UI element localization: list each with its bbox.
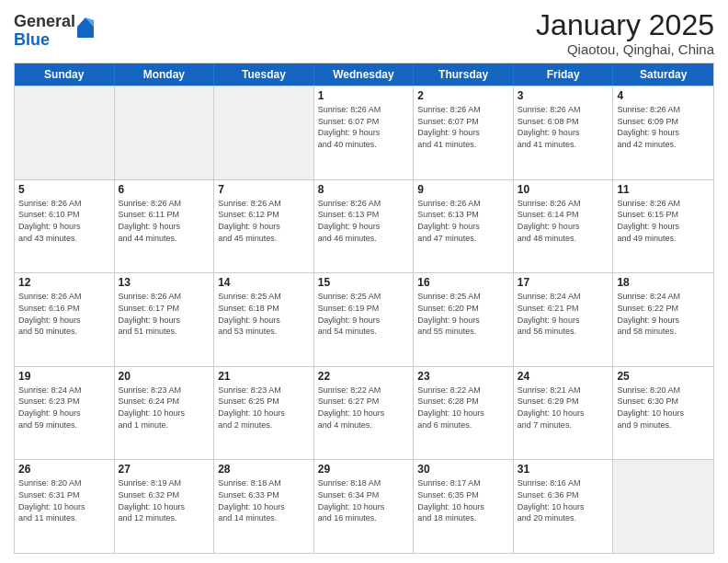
calendar-cell: 17Sunrise: 8:24 AM Sunset: 6:21 PM Dayli… bbox=[514, 273, 614, 366]
header-day-saturday: Saturday bbox=[613, 63, 713, 86]
logo-icon bbox=[77, 17, 94, 38]
day-info: Sunrise: 8:26 AM Sunset: 6:07 PM Dayligh… bbox=[318, 104, 410, 150]
day-number: 20 bbox=[119, 370, 210, 383]
day-number: 21 bbox=[218, 370, 310, 383]
day-info: Sunrise: 8:26 AM Sunset: 6:13 PM Dayligh… bbox=[318, 198, 410, 244]
day-number: 1 bbox=[318, 89, 410, 102]
day-info: Sunrise: 8:20 AM Sunset: 6:31 PM Dayligh… bbox=[18, 477, 110, 523]
day-number: 6 bbox=[119, 183, 210, 196]
day-number: 22 bbox=[318, 370, 410, 383]
logo: General Blue bbox=[14, 13, 94, 50]
day-info: Sunrise: 8:26 AM Sunset: 6:12 PM Dayligh… bbox=[218, 198, 310, 244]
calendar-cell: 7Sunrise: 8:26 AM Sunset: 6:12 PM Daylig… bbox=[214, 180, 314, 273]
header-day-friday: Friday bbox=[514, 63, 614, 86]
calendar-cell: 4Sunrise: 8:26 AM Sunset: 6:09 PM Daylig… bbox=[613, 86, 713, 179]
day-number: 24 bbox=[518, 370, 609, 383]
calendar-cell: 5Sunrise: 8:26 AM Sunset: 6:10 PM Daylig… bbox=[15, 180, 115, 273]
calendar-row-4: 26Sunrise: 8:20 AM Sunset: 6:31 PM Dayli… bbox=[15, 459, 713, 553]
day-number: 18 bbox=[617, 276, 710, 289]
calendar: SundayMondayTuesdayWednesdayThursdayFrid… bbox=[14, 63, 714, 554]
calendar-cell: 2Sunrise: 8:26 AM Sunset: 6:07 PM Daylig… bbox=[414, 86, 514, 179]
calendar-cell: 14Sunrise: 8:25 AM Sunset: 6:18 PM Dayli… bbox=[214, 273, 314, 366]
day-number: 3 bbox=[518, 89, 609, 102]
day-info: Sunrise: 8:26 AM Sunset: 6:11 PM Dayligh… bbox=[119, 198, 210, 244]
day-info: Sunrise: 8:24 AM Sunset: 6:22 PM Dayligh… bbox=[617, 291, 710, 337]
logo-blue: Blue bbox=[14, 31, 75, 50]
calendar-cell: 11Sunrise: 8:26 AM Sunset: 6:15 PM Dayli… bbox=[613, 180, 713, 273]
header-day-thursday: Thursday bbox=[414, 63, 514, 86]
day-info: Sunrise: 8:26 AM Sunset: 6:09 PM Dayligh… bbox=[617, 104, 710, 150]
logo-general: General bbox=[14, 13, 75, 31]
calendar-body: 1Sunrise: 8:26 AM Sunset: 6:07 PM Daylig… bbox=[15, 86, 713, 553]
location: Qiaotou, Qinghai, China bbox=[536, 41, 714, 57]
day-info: Sunrise: 8:18 AM Sunset: 6:33 PM Dayligh… bbox=[218, 477, 310, 523]
day-info: Sunrise: 8:25 AM Sunset: 6:18 PM Dayligh… bbox=[218, 291, 310, 337]
day-info: Sunrise: 8:24 AM Sunset: 6:21 PM Dayligh… bbox=[518, 291, 609, 337]
day-info: Sunrise: 8:23 AM Sunset: 6:24 PM Dayligh… bbox=[119, 385, 210, 431]
calendar-cell: 6Sunrise: 8:26 AM Sunset: 6:11 PM Daylig… bbox=[115, 180, 215, 273]
day-info: Sunrise: 8:21 AM Sunset: 6:29 PM Dayligh… bbox=[518, 385, 609, 431]
calendar-cell: 16Sunrise: 8:25 AM Sunset: 6:20 PM Dayli… bbox=[414, 273, 514, 366]
day-info: Sunrise: 8:16 AM Sunset: 6:36 PM Dayligh… bbox=[518, 477, 609, 523]
day-number: 9 bbox=[417, 183, 509, 196]
calendar-cell: 22Sunrise: 8:22 AM Sunset: 6:27 PM Dayli… bbox=[314, 367, 415, 460]
day-number: 4 bbox=[617, 89, 710, 102]
day-info: Sunrise: 8:20 AM Sunset: 6:30 PM Dayligh… bbox=[617, 385, 710, 431]
calendar-cell: 21Sunrise: 8:23 AM Sunset: 6:25 PM Dayli… bbox=[214, 367, 314, 460]
day-number: 11 bbox=[617, 183, 710, 196]
header: General Blue January 2025 Qiaotou, Qingh… bbox=[14, 9, 714, 57]
day-number: 2 bbox=[417, 89, 509, 102]
day-number: 25 bbox=[617, 370, 710, 383]
day-number: 28 bbox=[218, 463, 310, 476]
calendar-cell: 12Sunrise: 8:26 AM Sunset: 6:16 PM Dayli… bbox=[15, 273, 115, 366]
calendar-cell: 31Sunrise: 8:16 AM Sunset: 6:36 PM Dayli… bbox=[514, 460, 614, 553]
calendar-cell: 18Sunrise: 8:24 AM Sunset: 6:22 PM Dayli… bbox=[613, 273, 713, 366]
header-day-tuesday: Tuesday bbox=[214, 63, 314, 86]
day-number: 10 bbox=[518, 183, 609, 196]
header-day-wednesday: Wednesday bbox=[314, 63, 415, 86]
calendar-cell: 27Sunrise: 8:19 AM Sunset: 6:32 PM Dayli… bbox=[115, 460, 215, 553]
day-info: Sunrise: 8:18 AM Sunset: 6:34 PM Dayligh… bbox=[318, 477, 410, 523]
day-number: 17 bbox=[518, 276, 609, 289]
calendar-cell bbox=[613, 460, 713, 553]
header-day-sunday: Sunday bbox=[15, 63, 115, 86]
month-title: January 2025 bbox=[536, 9, 714, 41]
day-info: Sunrise: 8:22 AM Sunset: 6:28 PM Dayligh… bbox=[417, 385, 509, 431]
calendar-cell: 10Sunrise: 8:26 AM Sunset: 6:14 PM Dayli… bbox=[514, 180, 614, 273]
day-number: 29 bbox=[318, 463, 410, 476]
day-info: Sunrise: 8:26 AM Sunset: 6:13 PM Dayligh… bbox=[417, 198, 509, 244]
calendar-row-1: 5Sunrise: 8:26 AM Sunset: 6:10 PM Daylig… bbox=[15, 179, 713, 273]
day-info: Sunrise: 8:26 AM Sunset: 6:17 PM Dayligh… bbox=[119, 291, 210, 337]
day-number: 12 bbox=[18, 276, 110, 289]
page: General Blue January 2025 Qiaotou, Qingh… bbox=[0, 0, 728, 563]
calendar-cell: 15Sunrise: 8:25 AM Sunset: 6:19 PM Dayli… bbox=[314, 273, 415, 366]
calendar-cell: 13Sunrise: 8:26 AM Sunset: 6:17 PM Dayli… bbox=[115, 273, 215, 366]
day-number: 5 bbox=[18, 183, 110, 196]
day-info: Sunrise: 8:25 AM Sunset: 6:20 PM Dayligh… bbox=[417, 291, 509, 337]
calendar-cell bbox=[214, 86, 314, 179]
header-day-monday: Monday bbox=[115, 63, 215, 86]
calendar-cell: 23Sunrise: 8:22 AM Sunset: 6:28 PM Dayli… bbox=[414, 367, 514, 460]
calendar-cell bbox=[15, 86, 115, 179]
calendar-cell: 30Sunrise: 8:17 AM Sunset: 6:35 PM Dayli… bbox=[414, 460, 514, 553]
day-info: Sunrise: 8:22 AM Sunset: 6:27 PM Dayligh… bbox=[318, 385, 410, 431]
calendar-cell: 20Sunrise: 8:23 AM Sunset: 6:24 PM Dayli… bbox=[115, 367, 215, 460]
day-info: Sunrise: 8:17 AM Sunset: 6:35 PM Dayligh… bbox=[417, 477, 509, 523]
calendar-cell: 1Sunrise: 8:26 AM Sunset: 6:07 PM Daylig… bbox=[314, 86, 415, 179]
day-number: 15 bbox=[318, 276, 410, 289]
day-number: 13 bbox=[119, 276, 210, 289]
day-number: 19 bbox=[18, 370, 110, 383]
day-number: 31 bbox=[518, 463, 609, 476]
calendar-row-3: 19Sunrise: 8:24 AM Sunset: 6:23 PM Dayli… bbox=[15, 366, 713, 460]
calendar-cell: 29Sunrise: 8:18 AM Sunset: 6:34 PM Dayli… bbox=[314, 460, 415, 553]
day-number: 27 bbox=[119, 463, 210, 476]
calendar-row-2: 12Sunrise: 8:26 AM Sunset: 6:16 PM Dayli… bbox=[15, 272, 713, 366]
day-info: Sunrise: 8:23 AM Sunset: 6:25 PM Dayligh… bbox=[218, 385, 310, 431]
calendar-cell: 3Sunrise: 8:26 AM Sunset: 6:08 PM Daylig… bbox=[514, 86, 614, 179]
calendar-cell: 8Sunrise: 8:26 AM Sunset: 6:13 PM Daylig… bbox=[314, 180, 415, 273]
calendar-cell bbox=[115, 86, 215, 179]
day-number: 8 bbox=[318, 183, 410, 196]
day-number: 26 bbox=[18, 463, 110, 476]
day-info: Sunrise: 8:26 AM Sunset: 6:10 PM Dayligh… bbox=[18, 198, 110, 244]
calendar-cell: 28Sunrise: 8:18 AM Sunset: 6:33 PM Dayli… bbox=[214, 460, 314, 553]
